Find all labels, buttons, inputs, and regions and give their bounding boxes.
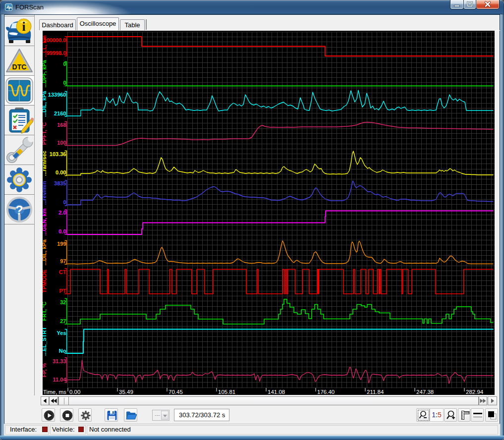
svg-text:0: 0 [63,80,66,86]
svg-text:No: No [59,348,66,354]
svg-text:168: 168 [57,122,66,128]
svg-text:247.38: 247.38 [416,389,434,395]
svg-text:0.00: 0.00 [69,389,80,395]
svg-text:133960: 133960 [48,92,66,98]
svg-text:0: 0 [63,61,66,67]
svg-text:...GEN, km: ...GEN, km [43,208,47,235]
svg-text:32: 32 [60,299,66,305]
svg-text:i: i [22,20,26,33]
svg-text:105.81: 105.81 [218,389,235,395]
svg-text:...rev/min: ...rev/min [43,181,47,205]
svg-text:35.49: 35.49 [119,389,133,395]
svg-text:97: 97 [60,258,66,264]
svg-text:100: 100 [57,140,66,146]
svg-text:99998.0: 99998.0 [47,50,66,56]
svg-text:27: 27 [60,318,66,324]
svg-text:0.00: 0.00 [56,169,66,175]
svg-text:DTC: DTC [12,63,27,71]
svg-text:70.45: 70.45 [168,389,183,395]
svg-text:CT: CT [59,269,66,275]
svg-text:103.36: 103.36 [50,151,66,157]
svg-text:...ram/sec: ...ram/sec [43,151,47,176]
svg-text:3835: 3835 [54,180,66,186]
svg-text:PPFT, °C: PPFT, °C [43,122,47,145]
svg-text:2.0: 2.0 [58,210,66,216]
svg-text:...DPF, kPa: ...DPF, kPa [43,59,47,88]
svg-text:?: ? [15,203,23,218]
svg-text:...DIL, kPa: ...DIL, kPa [43,239,47,265]
svg-text:PT: PT [59,288,66,294]
svg-text:Yes: Yes [57,330,66,336]
svg-text:2160: 2160 [54,110,66,116]
svg-text:TPMODE: TPMODE [43,270,47,293]
svg-text:FP, %: FP, % [43,363,47,377]
svg-text:282.94: 282.94 [466,389,484,395]
svg-text:0: 0 [63,199,66,205]
svg-text:31.33: 31.33 [53,358,66,364]
svg-text:141.08: 141.08 [268,389,285,395]
svg-text:...LL, km: ...LL, km [43,35,47,57]
svg-text:176.40: 176.40 [317,389,335,395]
svg-text:11.04: 11.04 [53,377,67,383]
svg-text:FRT, °C: FRT, °C [43,302,47,321]
svg-text:0.0: 0.0 [58,228,66,234]
svg-text:199: 199 [57,241,66,247]
svg-text:Time, ms: Time, ms [43,389,66,395]
svg-text:...DIL, kPa: ...DIL, kPa [43,91,47,117]
svg-text:...EL_STRT: ...EL_STRT [43,327,47,356]
svg-text:211.84: 211.84 [367,389,384,395]
